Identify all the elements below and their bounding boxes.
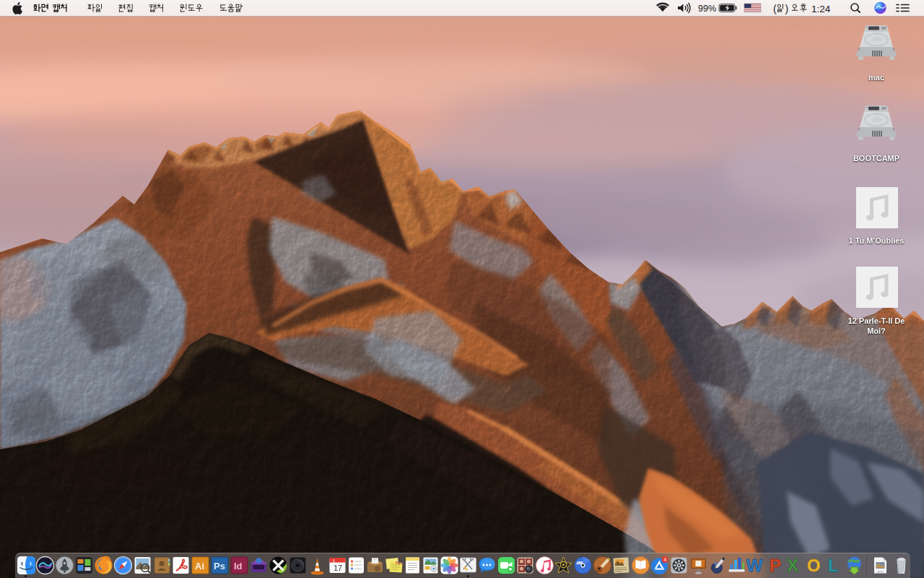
svg-text:W: W — [746, 556, 763, 575]
svg-text:Ai: Ai — [195, 561, 204, 571]
svg-text:4: 4 — [664, 557, 667, 562]
svg-text:99%: 99% — [698, 4, 716, 14]
svg-text:O: O — [807, 556, 821, 575]
svg-text:(: ( — [773, 3, 777, 14]
svg-text:Id: Id — [234, 561, 243, 571]
svg-text:Ps: Ps — [214, 561, 225, 571]
svg-text:17: 17 — [334, 564, 342, 572]
svg-text:Plan: Plan — [396, 561, 403, 565]
svg-text:): ) — [785, 3, 789, 14]
svg-text:JPG: JPG — [877, 570, 883, 574]
svg-text:L: L — [828, 556, 839, 575]
svg-text:6: 6 — [333, 558, 335, 563]
svg-text:1:24: 1:24 — [811, 4, 831, 14]
svg-text:X: X — [787, 556, 798, 575]
svg-text:P: P — [770, 556, 781, 575]
